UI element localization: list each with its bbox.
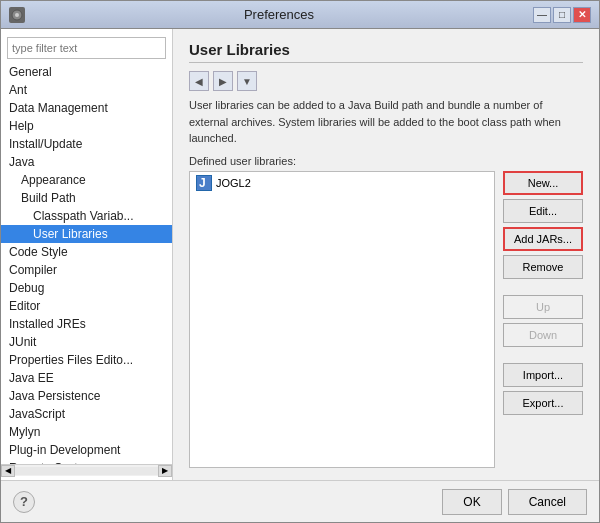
app-icon xyxy=(9,7,25,23)
sidebar-item-debug[interactable]: Debug xyxy=(1,279,172,297)
lib-icon-jogl2: J xyxy=(196,175,212,191)
edit-button[interactable]: Edit... xyxy=(503,199,583,223)
sidebar-item-ant[interactable]: Ant xyxy=(1,81,172,99)
sidebar-item-javascript[interactable]: JavaScript xyxy=(1,405,172,423)
sidebar-item-plugin-development[interactable]: Plug-in Development xyxy=(1,441,172,459)
libs-list: JJOGL2 xyxy=(189,171,495,469)
sidebar-item-classpath-var[interactable]: Classpath Variab... xyxy=(1,207,172,225)
add-jars-button[interactable]: Add JARs... xyxy=(503,227,583,251)
sidebar: GeneralAntData ManagementHelpInstall/Upd… xyxy=(1,29,173,480)
remove-button[interactable]: Remove xyxy=(503,255,583,279)
sidebar-item-junit[interactable]: JUnit xyxy=(1,333,172,351)
filter-box xyxy=(7,37,166,59)
tree-area: GeneralAntData ManagementHelpInstall/Upd… xyxy=(1,63,172,464)
lib-name-jogl2: JOGL2 xyxy=(216,177,251,189)
side-buttons: New... Edit... Add JARs... Remove Up Dow… xyxy=(503,171,583,469)
up-button[interactable]: Up xyxy=(503,295,583,319)
export-button[interactable]: Export... xyxy=(503,391,583,415)
preferences-window: Preferences — □ ✕ GeneralAntData Managem… xyxy=(0,0,600,523)
ok-button[interactable]: OK xyxy=(442,489,501,515)
dropdown-button[interactable]: ▼ xyxy=(237,71,257,91)
sidebar-item-data-management[interactable]: Data Management xyxy=(1,99,172,117)
hscroll-track xyxy=(15,467,158,475)
hscroll-left[interactable]: ◀ xyxy=(1,465,15,477)
sidebar-item-install-update[interactable]: Install/Update xyxy=(1,135,172,153)
lib-item-jogl2[interactable]: JJOGL2 xyxy=(190,172,494,194)
bottom-bar: ? OK Cancel xyxy=(1,480,599,522)
sidebar-item-user-libraries[interactable]: User Libraries xyxy=(1,225,172,243)
libs-content: JJOGL2 New... Edit... Add JARs... Remove… xyxy=(189,171,583,469)
sidebar-item-java-ee[interactable]: Java EE xyxy=(1,369,172,387)
sidebar-item-build-path[interactable]: Build Path xyxy=(1,189,172,207)
sidebar-item-compiler[interactable]: Compiler xyxy=(1,261,172,279)
back-button[interactable]: ◀ xyxy=(189,71,209,91)
cancel-button[interactable]: Cancel xyxy=(508,489,587,515)
sidebar-item-editor[interactable]: Editor xyxy=(1,297,172,315)
new-button[interactable]: New... xyxy=(503,171,583,195)
sidebar-item-code-style[interactable]: Code Style xyxy=(1,243,172,261)
sidebar-item-help[interactable]: Help xyxy=(1,117,172,135)
bottom-right-buttons: OK Cancel xyxy=(442,489,587,515)
close-button[interactable]: ✕ xyxy=(573,7,591,23)
filter-input[interactable] xyxy=(7,37,166,59)
sidebar-item-appearance[interactable]: Appearance xyxy=(1,171,172,189)
import-button[interactable]: Import... xyxy=(503,363,583,387)
main-area: GeneralAntData ManagementHelpInstall/Upd… xyxy=(1,29,599,480)
sidebar-item-java[interactable]: Java xyxy=(1,153,172,171)
window-controls: — □ ✕ xyxy=(533,7,591,23)
window-title: Preferences xyxy=(25,7,533,22)
sidebar-item-java-persistence[interactable]: Java Persistence xyxy=(1,387,172,405)
sidebar-item-installed-jres[interactable]: Installed JREs xyxy=(1,315,172,333)
sidebar-hscroll: ◀ ▶ xyxy=(1,464,172,476)
minimize-button[interactable]: — xyxy=(533,7,551,23)
panel-title: User Libraries xyxy=(189,41,583,63)
panel-toolbar: ◀ ▶ ▼ xyxy=(189,71,583,91)
help-button[interactable]: ? xyxy=(13,491,35,513)
hscroll-right[interactable]: ▶ xyxy=(158,465,172,477)
right-panel: User Libraries ◀ ▶ ▼ User libraries can … xyxy=(173,29,599,480)
svg-point-1 xyxy=(15,13,19,17)
maximize-button[interactable]: □ xyxy=(553,7,571,23)
svg-text:J: J xyxy=(199,176,206,190)
down-button[interactable]: Down xyxy=(503,323,583,347)
sidebar-item-general[interactable]: General xyxy=(1,63,172,81)
sidebar-item-properties-files[interactable]: Properties Files Edito... xyxy=(1,351,172,369)
sidebar-item-mylyn[interactable]: Mylyn xyxy=(1,423,172,441)
description-text: User libraries can be added to a Java Bu… xyxy=(189,97,583,147)
forward-button[interactable]: ▶ xyxy=(213,71,233,91)
title-bar: Preferences — □ ✕ xyxy=(1,1,599,29)
libs-label: Defined user libraries: xyxy=(189,155,583,167)
